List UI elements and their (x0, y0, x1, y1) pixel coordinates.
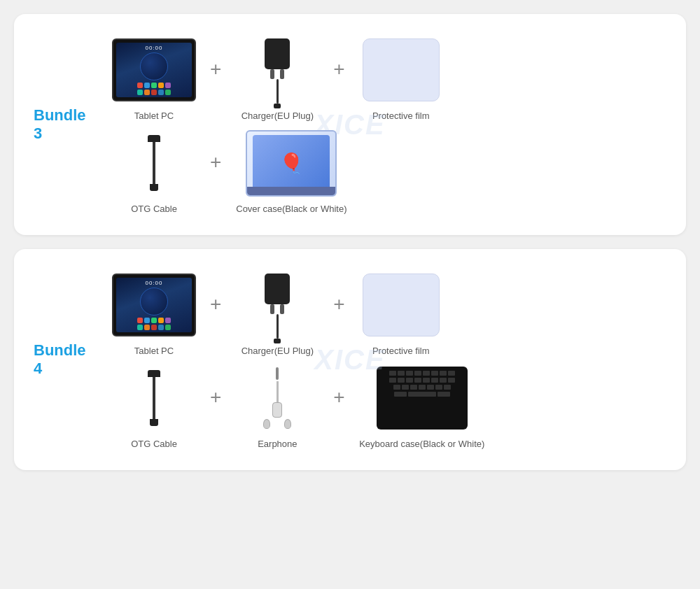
tablet-icon (144, 90, 150, 95)
tablet-icons-row2-b4 (116, 324, 192, 331)
bundle3-tablet-image: 00:00 (108, 35, 200, 105)
kb-key (414, 378, 421, 383)
cable-connector-bottom (150, 184, 158, 191)
kb-key (440, 378, 447, 383)
otg-illustration-b4 (133, 367, 175, 430)
cable-line (153, 142, 155, 184)
kb-row4 (381, 392, 463, 397)
bundle4-otg-label: OTG Cable (131, 439, 177, 449)
tablet-icon (137, 90, 143, 95)
kb-key (427, 385, 434, 390)
tablet-globe-b4 (140, 288, 168, 315)
tablet-icon-b4 (144, 318, 150, 323)
bundle4-otg-block: OTG Cable (105, 363, 203, 449)
earphone-split (263, 419, 291, 429)
bundle4-card: XICE Bundle 4 00:00 (14, 249, 686, 470)
tablet-icons-row1-b4 (116, 317, 192, 324)
tablet-icon-b4 (158, 325, 164, 330)
charger-cable-b4 (276, 314, 279, 339)
tablet-illustration-b4: 00:00 (112, 274, 196, 336)
bundle4-keyboard-label: Keyboard case(Black or White) (359, 439, 484, 449)
kb-key (414, 371, 421, 376)
tablet-icon-b4 (137, 325, 143, 330)
charger-body-b4 (265, 274, 290, 304)
cable-connector-top (148, 135, 160, 142)
otg-illustration (133, 132, 175, 194)
plus-sign-5: + (333, 293, 344, 333)
bundle4-row1: 00:00 (105, 270, 672, 356)
charger-prong-b4 (280, 304, 284, 314)
tablet-icon (165, 83, 171, 88)
kb-key (431, 378, 438, 383)
cable-connector-top-b4 (148, 370, 160, 377)
charger-tip-b4 (274, 339, 281, 343)
bundle4-tablet-image: 00:00 (108, 270, 200, 340)
tablet-time-b4: 00:00 (116, 278, 192, 286)
charger-tip (274, 104, 281, 108)
charger-prong (270, 69, 274, 79)
tablet-icon-b4 (165, 325, 171, 330)
bundle4-film-image (356, 270, 447, 340)
bundle4-film-label: Protective film (372, 346, 430, 356)
bundle4-charger-image (232, 270, 323, 340)
plus-sign-7: + (333, 386, 344, 426)
bundle4-label: Bundle 4 (34, 341, 97, 378)
kb-key (389, 378, 396, 383)
bundle4-earphone-block: Earphone (228, 363, 326, 449)
bundle3-tablet-block: 00:00 (105, 35, 203, 121)
kb-key (438, 392, 450, 397)
kb-key (389, 371, 396, 376)
kb-key (406, 371, 413, 376)
kb-row3 (381, 385, 463, 390)
kb-row1 (381, 371, 463, 376)
kb-key (444, 385, 451, 390)
tablet-time: 00:00 (116, 43, 192, 51)
bundle4-charger-label: Charger(EU Plug) (241, 346, 314, 356)
bundle4-earphone-label: Earphone (258, 439, 297, 449)
bundle4-content: 00:00 (105, 270, 672, 449)
plus-sign-2: + (333, 58, 344, 98)
film-illustration (363, 38, 440, 101)
bundle3-otg-block: OTG Cable (105, 128, 203, 214)
tablet-screen-b4: 00:00 (116, 278, 192, 332)
kb-key (406, 378, 413, 383)
charger-illustration (249, 38, 305, 101)
bundle4-tablet-label: Tablet PC (134, 346, 174, 356)
bundle3-cover-block: 🎈 Cover case(Black or White) (228, 128, 354, 214)
bundle3-charger-image (232, 35, 323, 105)
tablet-icon-b4 (158, 318, 164, 323)
tablet-icons-row1 (116, 82, 192, 89)
tablet-icon (137, 83, 143, 88)
kb-key (394, 392, 407, 397)
kb-key (410, 385, 417, 390)
earphone-illustration (249, 365, 305, 432)
kb-key (448, 378, 455, 383)
tablet-icon-b4 (137, 318, 143, 323)
earphone-jack (276, 367, 279, 380)
bundle4-keyboard-image (377, 363, 468, 433)
charger-prong-b4 (270, 304, 274, 314)
cover-case-stand (247, 187, 335, 195)
plus-sign-1: + (210, 58, 221, 98)
earphone-cable (276, 381, 279, 402)
tablet-icon (151, 83, 157, 88)
kb-key (440, 371, 447, 376)
cover-case-inner: 🎈 (253, 135, 330, 191)
bundle3-film-block: Protective film (352, 35, 450, 121)
kb-key (393, 385, 400, 390)
bundle3-film-label: Protective film (372, 111, 430, 121)
bundle3-row2: OTG Cable + 🎈 Cover case(Black or White) (105, 128, 672, 214)
bundle3-film-image (356, 35, 447, 105)
bundle4-earphone-image (232, 363, 323, 433)
tablet-icon-b4 (151, 325, 157, 330)
cable-line-b4 (153, 377, 155, 419)
bundle3-row1: 00:00 (105, 35, 672, 121)
kb-key (398, 371, 405, 376)
bundle4-film-block: Protective film (352, 270, 450, 356)
bundle4-tablet-block: 00:00 (105, 270, 203, 356)
plus-sign-6: + (210, 386, 221, 426)
cover-case-illustration: 🎈 (246, 130, 337, 197)
bundle3-otg-image (108, 128, 200, 198)
bundle3-card: XICE Bundle 3 00:00 (14, 14, 686, 235)
tablet-icon-b4 (151, 318, 157, 323)
